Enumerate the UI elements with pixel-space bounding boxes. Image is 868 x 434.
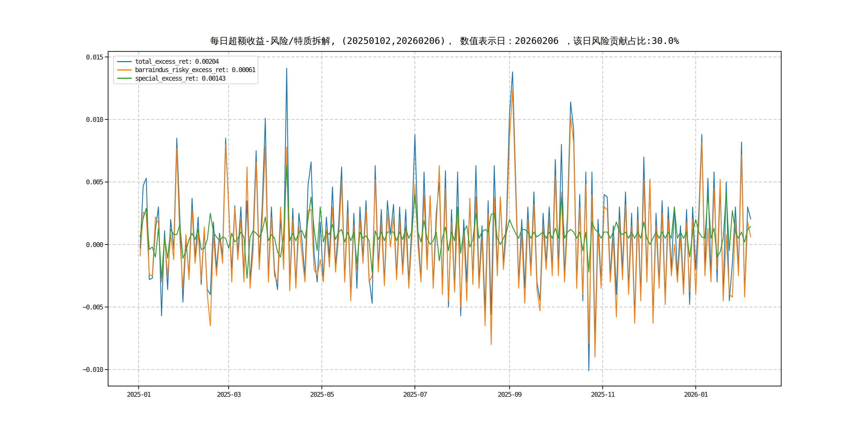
x-tick-label: 2025-09 <box>498 391 522 398</box>
barraindus-risky-line-swatch <box>117 69 132 70</box>
figure-canvas: 2025-012025-032025-052025-072025-092025-… <box>0 0 868 434</box>
legend-box: total_excess_ret: 0.00204 barraindus_ris… <box>113 56 258 84</box>
y-tick-label: −0.010 <box>83 366 103 373</box>
legend-row-total: total_excess_ret: 0.00204 <box>116 57 256 66</box>
total-line-swatch <box>117 61 132 62</box>
x-tick-label: 2025-01 <box>127 391 151 398</box>
y-tick-label: 0.000 <box>86 241 103 249</box>
series-barraindus_risky_excess_ret <box>140 90 751 357</box>
chart-title: 每日超额收益-风险/特质拆解, (20250102,20260206)， 数值表… <box>0 35 868 47</box>
legend-label-total: total_excess_ret: 0.00204 <box>135 58 218 65</box>
x-tick-label: 2025-11 <box>591 391 615 398</box>
y-tick-label: 0.015 <box>86 53 103 61</box>
legend-row-special: special_excess_ret: 0.00143 <box>116 74 256 83</box>
y-tick-label: 0.005 <box>86 178 103 186</box>
y-tick-label: 0.010 <box>86 116 103 124</box>
x-tick-label: 2025-07 <box>403 391 427 398</box>
x-tick-label: 2026-01 <box>684 391 708 398</box>
legend-label-barraindus-risky: barraindus_risky_excess_ret: 0.00061 <box>135 66 255 74</box>
legend-row-barraindus-risky: barraindus_risky_excess_ret: 0.00061 <box>116 66 256 74</box>
special-line-swatch <box>117 78 132 79</box>
legend-label-special: special_excess_ret: 0.00143 <box>135 74 225 82</box>
x-tick-label: 2025-03 <box>217 391 241 398</box>
series-total_excess_ret <box>140 68 751 371</box>
y-tick-label: −0.005 <box>83 303 103 311</box>
x-tick-label: 2025-05 <box>310 391 334 398</box>
